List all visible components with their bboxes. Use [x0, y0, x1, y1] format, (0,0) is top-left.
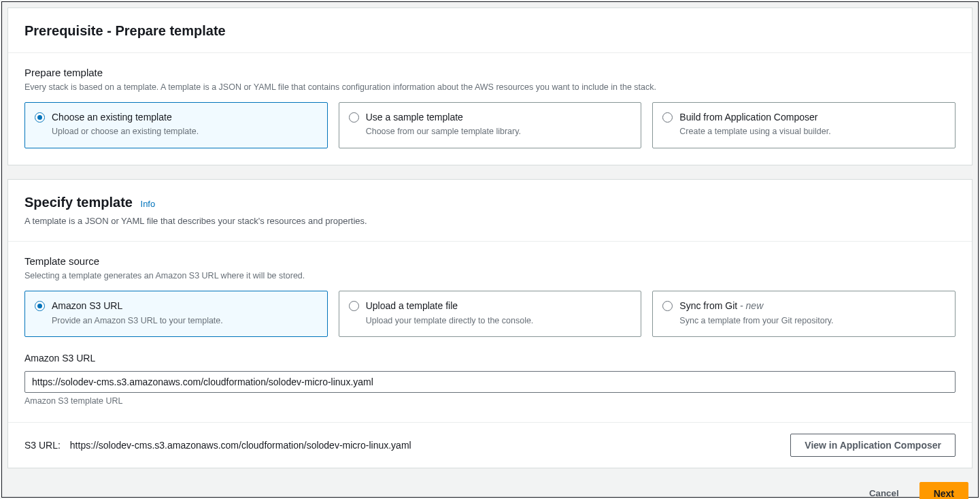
radio-icon — [662, 301, 673, 311]
option-desc: Provide an Amazon S3 URL to your templat… — [52, 315, 318, 327]
option-title: Use a sample template — [366, 111, 632, 125]
option-desc: Upload or choose an existing template. — [52, 126, 318, 138]
panel-specify-template-title: Specify template Info — [24, 195, 956, 210]
template-source-desc: Selecting a template generates an Amazon… — [24, 270, 956, 283]
info-link[interactable]: Info — [141, 199, 156, 209]
option-build-application-composer[interactable]: Build from Application Composer Create a… — [652, 102, 956, 148]
panel-prerequisite: Prerequisite - Prepare template Prepare … — [7, 7, 973, 165]
radio-icon — [349, 112, 359, 123]
template-source-label: Template source — [24, 255, 956, 267]
prepare-template-label: Prepare template — [24, 67, 956, 78]
option-title: Choose an existing template — [52, 111, 318, 125]
s3-url-label: Amazon S3 URL — [24, 352, 956, 366]
template-source-options: Amazon S3 URL Provide an Amazon S3 URL t… — [24, 291, 956, 337]
option-title: Build from Application Composer — [679, 111, 945, 125]
s3-url-display-label: S3 URL: — [24, 440, 61, 451]
panel-specify-template-footer: S3 URL: https://solodev-cms.s3.amazonaws… — [8, 422, 972, 468]
s3-url-field-block: Amazon S3 URL Amazon S3 template URL — [24, 352, 956, 406]
prepare-template-desc: Every stack is based on a template. A te… — [24, 81, 956, 94]
next-button[interactable]: Next — [919, 482, 968, 499]
cancel-button[interactable]: Cancel — [856, 483, 913, 499]
option-sync-from-git[interactable]: Sync from Git - new Sync a template from… — [652, 291, 956, 337]
page-root: Prerequisite - Prepare template Prepare … — [1, 1, 979, 498]
radio-icon — [662, 112, 673, 123]
option-use-sample-template[interactable]: Use a sample template Choose from our sa… — [339, 102, 642, 148]
panel-prerequisite-title: Prerequisite - Prepare template — [24, 23, 956, 39]
radio-icon — [349, 301, 359, 311]
wizard-actions: Cancel Next — [7, 482, 973, 499]
panel-specify-template: Specify template Info A template is a JS… — [7, 179, 973, 468]
option-title: Upload a template file — [366, 300, 632, 313]
prepare-template-options: Choose an existing template Upload or ch… — [24, 102, 956, 148]
option-desc: Sync a template from your Git repository… — [679, 315, 945, 327]
s3-url-hint: Amazon S3 template URL — [24, 396, 956, 406]
option-desc: Create a template using a visual builder… — [679, 126, 945, 138]
panel-specify-template-subtitle: A template is a JSON or YAML file that d… — [24, 214, 956, 228]
panel-specify-template-header: Specify template Info A template is a JS… — [8, 180, 972, 242]
panel-prerequisite-body: Prepare template Every stack is based on… — [8, 53, 972, 165]
option-upload-template-file[interactable]: Upload a template file Upload your templ… — [339, 291, 642, 337]
panel-prerequisite-header: Prerequisite - Prepare template — [8, 8, 972, 53]
s3-url-display-value: https://solodev-cms.s3.amazonaws.com/clo… — [70, 440, 411, 451]
panel-specify-template-body: Template source Selecting a template gen… — [8, 242, 972, 421]
view-in-composer-button[interactable]: View in Application Composer — [790, 434, 956, 457]
option-amazon-s3-url[interactable]: Amazon S3 URL Provide an Amazon S3 URL t… — [24, 291, 328, 337]
option-choose-existing-template[interactable]: Choose an existing template Upload or ch… — [24, 102, 328, 148]
option-desc: Choose from our sample template library. — [366, 126, 632, 138]
s3-url-input[interactable] — [24, 371, 956, 393]
option-title: Amazon S3 URL — [52, 300, 318, 313]
radio-icon — [35, 301, 45, 311]
option-title: Sync from Git - new — [679, 300, 945, 313]
radio-icon — [35, 112, 45, 123]
s3-url-display: S3 URL: https://solodev-cms.s3.amazonaws… — [24, 440, 411, 451]
option-desc: Upload your template directly to the con… — [366, 315, 632, 327]
